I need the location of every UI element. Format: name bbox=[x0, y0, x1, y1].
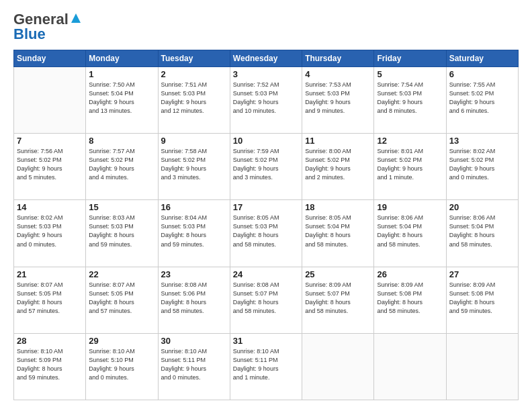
day-number: 24 bbox=[233, 269, 299, 279]
calendar-week-row: 21Sunrise: 8:07 AMSunset: 5:05 PMDayligh… bbox=[14, 267, 519, 333]
day-number: 11 bbox=[305, 136, 371, 146]
day-info: Sunrise: 8:07 AMSunset: 5:05 PMDaylight:… bbox=[89, 281, 154, 316]
day-info: Sunrise: 8:00 AMSunset: 5:02 PMDaylight:… bbox=[305, 147, 371, 182]
svg-marker-0 bbox=[71, 13, 81, 23]
day-number: 15 bbox=[89, 202, 154, 212]
calendar-week-row: 28Sunrise: 8:10 AMSunset: 5:09 PMDayligh… bbox=[14, 333, 519, 400]
col-header-friday: Friday bbox=[374, 50, 446, 67]
day-info: Sunrise: 8:10 AMSunset: 5:11 PMDaylight:… bbox=[233, 347, 299, 382]
day-number: 14 bbox=[17, 202, 83, 212]
day-info: Sunrise: 8:10 AMSunset: 5:11 PMDaylight:… bbox=[161, 347, 227, 382]
calendar-cell bbox=[14, 67, 86, 134]
day-number: 23 bbox=[161, 269, 227, 279]
calendar-cell: 17Sunrise: 8:05 AMSunset: 5:03 PMDayligh… bbox=[230, 200, 302, 267]
calendar-cell: 3Sunrise: 7:52 AMSunset: 5:03 PMDaylight… bbox=[230, 67, 302, 134]
calendar-cell: 24Sunrise: 8:08 AMSunset: 5:07 PMDayligh… bbox=[230, 267, 302, 333]
day-number: 21 bbox=[17, 269, 83, 279]
calendar-cell: 16Sunrise: 8:04 AMSunset: 5:03 PMDayligh… bbox=[158, 200, 230, 267]
day-number: 5 bbox=[377, 69, 443, 79]
day-number: 12 bbox=[377, 136, 443, 146]
day-info: Sunrise: 7:57 AMSunset: 5:02 PMDaylight:… bbox=[89, 147, 154, 182]
day-info: Sunrise: 8:05 AMSunset: 5:03 PMDaylight:… bbox=[233, 214, 299, 248]
day-number: 17 bbox=[233, 202, 299, 212]
day-info: Sunrise: 8:04 AMSunset: 5:03 PMDaylight:… bbox=[161, 214, 227, 248]
col-header-thursday: Thursday bbox=[302, 50, 374, 67]
calendar-header-row: SundayMondayTuesdayWednesdayThursdayFrid… bbox=[14, 50, 519, 67]
day-number: 2 bbox=[161, 69, 227, 79]
calendar-cell: 29Sunrise: 8:10 AMSunset: 5:10 PMDayligh… bbox=[86, 333, 158, 400]
col-header-saturday: Saturday bbox=[446, 50, 518, 67]
calendar-cell: 6Sunrise: 7:55 AMSunset: 5:02 PMDaylight… bbox=[446, 67, 518, 134]
day-info: Sunrise: 7:51 AMSunset: 5:03 PMDaylight:… bbox=[161, 81, 227, 116]
day-number: 7 bbox=[17, 136, 83, 146]
day-number: 26 bbox=[377, 269, 443, 279]
day-number: 9 bbox=[161, 136, 227, 146]
day-number: 30 bbox=[161, 336, 227, 346]
calendar-cell: 4Sunrise: 7:53 AMSunset: 5:03 PMDaylight… bbox=[302, 67, 374, 134]
calendar-cell: 14Sunrise: 8:02 AMSunset: 5:03 PMDayligh… bbox=[14, 200, 86, 267]
calendar-table: SundayMondayTuesdayWednesdayThursdayFrid… bbox=[13, 50, 519, 400]
calendar-cell: 8Sunrise: 7:57 AMSunset: 5:02 PMDaylight… bbox=[86, 134, 158, 200]
calendar-cell: 5Sunrise: 7:54 AMSunset: 5:03 PMDaylight… bbox=[374, 67, 446, 134]
day-info: Sunrise: 7:56 AMSunset: 5:02 PMDaylight:… bbox=[17, 147, 83, 182]
day-number: 22 bbox=[89, 269, 154, 279]
day-number: 18 bbox=[305, 202, 371, 212]
day-number: 13 bbox=[449, 136, 515, 146]
calendar-cell: 2Sunrise: 7:51 AMSunset: 5:03 PMDaylight… bbox=[158, 67, 230, 134]
day-number: 20 bbox=[449, 202, 515, 212]
day-info: Sunrise: 8:07 AMSunset: 5:05 PMDaylight:… bbox=[17, 281, 83, 316]
day-info: Sunrise: 7:52 AMSunset: 5:03 PMDaylight:… bbox=[233, 81, 299, 116]
calendar-cell: 11Sunrise: 8:00 AMSunset: 5:02 PMDayligh… bbox=[302, 134, 374, 200]
calendar-cell: 23Sunrise: 8:08 AMSunset: 5:06 PMDayligh… bbox=[158, 267, 230, 333]
calendar-cell: 22Sunrise: 8:07 AMSunset: 5:05 PMDayligh… bbox=[86, 267, 158, 333]
col-header-tuesday: Tuesday bbox=[158, 50, 230, 67]
day-info: Sunrise: 8:10 AMSunset: 5:09 PMDaylight:… bbox=[17, 347, 83, 382]
day-number: 8 bbox=[89, 136, 154, 146]
calendar-week-row: 7Sunrise: 7:56 AMSunset: 5:02 PMDaylight… bbox=[14, 134, 519, 200]
day-info: Sunrise: 8:01 AMSunset: 5:02 PMDaylight:… bbox=[377, 147, 443, 182]
day-info: Sunrise: 8:10 AMSunset: 5:10 PMDaylight:… bbox=[89, 347, 154, 382]
day-info: Sunrise: 8:05 AMSunset: 5:04 PMDaylight:… bbox=[305, 214, 371, 248]
day-info: Sunrise: 8:02 AMSunset: 5:02 PMDaylight:… bbox=[449, 147, 515, 182]
calendar-cell: 21Sunrise: 8:07 AMSunset: 5:05 PMDayligh… bbox=[14, 267, 86, 333]
day-number: 10 bbox=[233, 136, 299, 146]
day-info: Sunrise: 8:09 AMSunset: 5:08 PMDaylight:… bbox=[449, 281, 515, 316]
calendar-cell: 20Sunrise: 8:06 AMSunset: 5:04 PMDayligh… bbox=[446, 200, 518, 267]
calendar-cell: 13Sunrise: 8:02 AMSunset: 5:02 PMDayligh… bbox=[446, 134, 518, 200]
col-header-sunday: Sunday bbox=[14, 50, 86, 67]
day-info: Sunrise: 8:06 AMSunset: 5:04 PMDaylight:… bbox=[449, 214, 515, 248]
day-info: Sunrise: 8:06 AMSunset: 5:04 PMDaylight:… bbox=[377, 214, 443, 248]
day-number: 25 bbox=[305, 269, 371, 279]
day-info: Sunrise: 8:09 AMSunset: 5:07 PMDaylight:… bbox=[305, 281, 371, 316]
day-info: Sunrise: 7:50 AMSunset: 5:04 PMDaylight:… bbox=[89, 81, 154, 116]
calendar-cell: 10Sunrise: 7:59 AMSunset: 5:02 PMDayligh… bbox=[230, 134, 302, 200]
day-number: 1 bbox=[89, 69, 154, 79]
col-header-wednesday: Wednesday bbox=[230, 50, 302, 67]
logo-blue: Blue bbox=[13, 26, 46, 43]
calendar-cell: 9Sunrise: 7:58 AMSunset: 5:02 PMDaylight… bbox=[158, 134, 230, 200]
logo-triangle-icon bbox=[71, 13, 81, 26]
calendar-week-row: 14Sunrise: 8:02 AMSunset: 5:03 PMDayligh… bbox=[14, 200, 519, 267]
day-info: Sunrise: 8:02 AMSunset: 5:03 PMDaylight:… bbox=[17, 214, 83, 248]
day-number: 27 bbox=[449, 269, 515, 279]
calendar-cell: 7Sunrise: 7:56 AMSunset: 5:02 PMDaylight… bbox=[14, 134, 86, 200]
header: General Blue bbox=[13, 11, 519, 43]
day-info: Sunrise: 8:08 AMSunset: 5:07 PMDaylight:… bbox=[233, 281, 299, 316]
calendar-cell: 27Sunrise: 8:09 AMSunset: 5:08 PMDayligh… bbox=[446, 267, 518, 333]
day-number: 16 bbox=[161, 202, 227, 212]
day-number: 28 bbox=[17, 336, 83, 346]
col-header-monday: Monday bbox=[86, 50, 158, 67]
calendar-cell: 12Sunrise: 8:01 AMSunset: 5:02 PMDayligh… bbox=[374, 134, 446, 200]
calendar-cell: 19Sunrise: 8:06 AMSunset: 5:04 PMDayligh… bbox=[374, 200, 446, 267]
calendar-cell: 18Sunrise: 8:05 AMSunset: 5:04 PMDayligh… bbox=[302, 200, 374, 267]
day-info: Sunrise: 7:55 AMSunset: 5:02 PMDaylight:… bbox=[449, 81, 515, 116]
logo: General Blue bbox=[13, 11, 81, 43]
calendar-cell: 31Sunrise: 8:10 AMSunset: 5:11 PMDayligh… bbox=[230, 333, 302, 400]
day-number: 31 bbox=[233, 336, 299, 346]
calendar-cell: 1Sunrise: 7:50 AMSunset: 5:04 PMDaylight… bbox=[86, 67, 158, 134]
day-number: 6 bbox=[449, 69, 515, 79]
day-info: Sunrise: 7:58 AMSunset: 5:02 PMDaylight:… bbox=[161, 147, 227, 182]
calendar-cell: 26Sunrise: 8:09 AMSunset: 5:08 PMDayligh… bbox=[374, 267, 446, 333]
day-number: 3 bbox=[233, 69, 299, 79]
calendar-cell bbox=[374, 333, 446, 400]
